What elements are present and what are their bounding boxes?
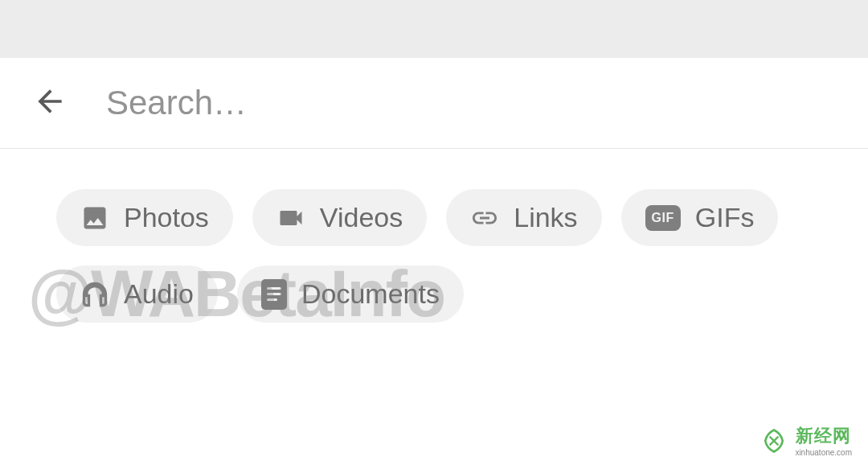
status-bar-area	[0, 0, 868, 58]
headphones-icon	[80, 280, 109, 309]
chip-label: Documents	[301, 278, 440, 310]
search-bar	[0, 58, 868, 149]
filter-chip-videos[interactable]: Videos	[252, 189, 427, 246]
logo-icon	[760, 426, 788, 455]
filter-chip-documents[interactable]: Documents	[237, 265, 464, 323]
chip-label: Videos	[320, 202, 403, 233]
search-input[interactable]	[106, 84, 836, 122]
chip-label: Links	[514, 202, 577, 233]
video-icon	[276, 204, 305, 232]
source-branding: 新经网 xinhuatone.com	[760, 424, 852, 457]
document-icon	[261, 279, 287, 310]
filter-chips-container: Photos Videos Links GIF GIFs Audio	[0, 149, 868, 347]
filter-chip-audio[interactable]: Audio	[56, 265, 218, 323]
chip-label: Audio	[124, 278, 194, 310]
photo-icon	[80, 204, 109, 232]
arrow-left-icon	[32, 84, 68, 122]
filter-chip-gifs[interactable]: GIF GIFs	[621, 189, 779, 246]
chip-label: Photos	[124, 202, 209, 233]
logo-text: 新经网 xinhuatone.com	[795, 424, 852, 457]
link-icon	[470, 204, 499, 232]
chip-label: GIFs	[695, 202, 755, 233]
back-button[interactable]	[32, 85, 68, 121]
filter-chip-links[interactable]: Links	[446, 189, 601, 246]
filter-chip-photos[interactable]: Photos	[56, 189, 233, 246]
gif-icon: GIF	[645, 205, 681, 231]
